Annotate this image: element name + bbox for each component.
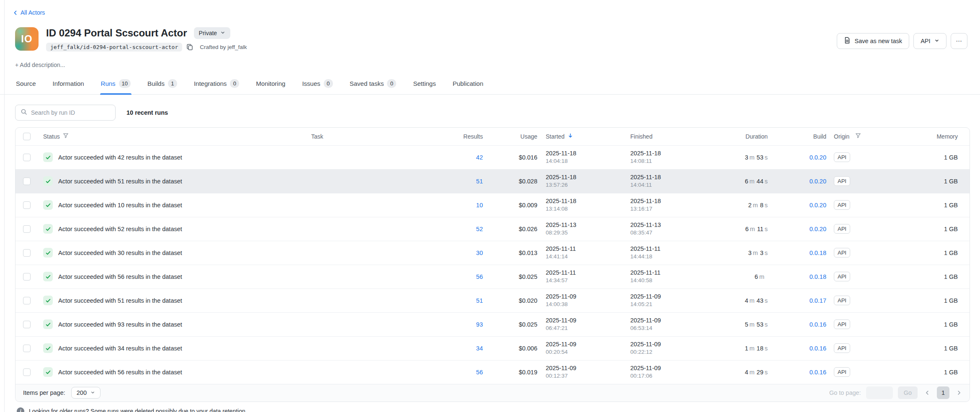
memory-value: 1 GB [914, 273, 970, 280]
api-button[interactable]: API [913, 33, 946, 49]
results-link[interactable]: 93 [476, 321, 483, 328]
build-link[interactable]: 0.0.16 [810, 321, 826, 328]
ellipsis-icon: ⋯ [956, 38, 962, 44]
current-page-button[interactable]: 1 [937, 386, 949, 399]
tab-integrations[interactable]: Integrations0 [193, 77, 240, 94]
runs-table: Status Task Results Usage Started Finish… [15, 127, 970, 402]
build-link[interactable]: 0.0.17 [810, 297, 826, 304]
results-link[interactable]: 56 [476, 369, 483, 376]
duration-cell: 1m18s [722, 345, 768, 352]
results-link[interactable]: 51 [476, 297, 483, 304]
window-edge-divider [4, 0, 5, 412]
table-row[interactable]: Actor succeeded with 34 results in the d… [15, 336, 970, 360]
row-checkbox[interactable] [23, 368, 31, 376]
tab-issues[interactable]: Issues0 [301, 77, 333, 94]
started-column-header[interactable]: Started [546, 133, 565, 140]
origin-badge: API [834, 152, 850, 162]
tab-source[interactable]: Source [15, 77, 37, 94]
sort-descending-icon[interactable] [567, 133, 573, 140]
next-page-icon[interactable] [954, 390, 964, 396]
build-link[interactable]: 0.0.18 [810, 250, 826, 256]
notice-text: Looking for older runs? Some runs were d… [29, 408, 247, 412]
tab-publication[interactable]: Publication [452, 77, 484, 94]
finished-column-header: Finished [630, 133, 652, 140]
success-check-icon [43, 224, 53, 234]
row-checkbox[interactable] [23, 201, 31, 209]
build-link[interactable]: 0.0.20 [810, 202, 826, 209]
finished-cell: 2025-11-1308:35:47 [625, 221, 722, 237]
save-as-new-task-label: Save as new task [854, 38, 902, 44]
build-link[interactable]: 0.0.18 [810, 273, 826, 280]
results-link[interactable]: 34 [476, 345, 483, 352]
visibility-label: Private [199, 30, 217, 36]
row-checkbox[interactable] [23, 297, 31, 304]
origin-filter-icon[interactable] [855, 133, 861, 140]
results-link[interactable]: 10 [476, 202, 483, 209]
breadcrumb[interactable]: All Actors [13, 9, 45, 16]
results-link[interactable]: 42 [476, 154, 483, 161]
go-to-page-input[interactable] [866, 386, 893, 399]
run-status-message: Actor succeeded with 34 results in the d… [58, 345, 182, 352]
save-as-new-task-button[interactable]: Save as new task [837, 33, 909, 49]
duration-cell: 6m44s [722, 178, 768, 185]
usage-value: $0.019 [483, 369, 537, 376]
success-check-icon [43, 200, 53, 210]
previous-page-icon[interactable] [923, 390, 932, 396]
build-link[interactable]: 0.0.20 [810, 226, 826, 232]
info-icon: i [17, 407, 24, 412]
duration-cell: 3m3s [722, 250, 768, 256]
tab-runs[interactable]: Runs10 [100, 77, 132, 94]
table-row[interactable]: Actor succeeded with 51 results in the d… [15, 169, 970, 193]
row-checkbox[interactable] [23, 321, 31, 328]
table-row[interactable]: Actor succeeded with 30 results in the d… [15, 241, 970, 265]
table-row[interactable]: Actor succeeded with 56 results in the d… [15, 360, 970, 384]
usage-column-header: Usage [521, 133, 537, 140]
usage-value: $0.025 [483, 321, 537, 328]
started-cell: 2025-11-1114:41:14 [537, 245, 625, 260]
results-link[interactable]: 51 [476, 178, 483, 185]
runs-toolbar: 10 recent runs [15, 105, 980, 121]
more-actions-button[interactable]: ⋯ [951, 33, 968, 49]
results-link[interactable]: 52 [476, 226, 483, 232]
tab-saved-tasks[interactable]: Saved tasks0 [349, 77, 397, 94]
row-checkbox[interactable] [23, 345, 31, 352]
tab-information[interactable]: Information [52, 77, 85, 94]
table-row[interactable]: Actor succeeded with 52 results in the d… [15, 217, 970, 241]
table-footer: Items per page: 200 Go to page: Go 1 [15, 384, 970, 402]
add-description-button[interactable]: + Add description... [15, 62, 980, 68]
row-checkbox[interactable] [23, 273, 31, 281]
results-link[interactable]: 30 [476, 250, 483, 256]
visibility-dropdown[interactable]: Private [194, 27, 231, 39]
row-checkbox[interactable] [23, 225, 31, 233]
status-filter-icon[interactable] [63, 133, 69, 140]
crafted-by: Crafted by jeff_falk [200, 44, 247, 50]
copy-icon[interactable] [186, 44, 193, 50]
duration-cell: 6m [722, 273, 768, 280]
go-button[interactable]: Go [898, 386, 918, 399]
origin-badge: API [834, 224, 850, 234]
tab-monitoring[interactable]: Monitoring [255, 77, 286, 94]
tab-builds[interactable]: Builds1 [147, 77, 178, 94]
tab-settings[interactable]: Settings [412, 77, 436, 94]
usage-value: $0.006 [483, 345, 537, 352]
search-box[interactable] [15, 105, 116, 121]
build-link[interactable]: 0.0.16 [810, 369, 826, 376]
memory-column-header: Memory [936, 133, 958, 140]
table-row[interactable]: Actor succeeded with 42 results in the d… [15, 145, 970, 169]
page-size-select[interactable]: 200 [71, 387, 101, 399]
build-link[interactable]: 0.0.16 [810, 345, 826, 352]
table-row[interactable]: Actor succeeded with 93 results in the d… [15, 312, 970, 336]
search-input[interactable] [31, 109, 110, 116]
usage-value: $0.025 [483, 273, 537, 280]
build-link[interactable]: 0.0.20 [810, 154, 826, 161]
duration-cell: 2m8s [722, 202, 768, 209]
row-checkbox[interactable] [23, 178, 31, 185]
table-row[interactable]: Actor succeeded with 56 results in the d… [15, 265, 970, 288]
row-checkbox[interactable] [23, 154, 31, 161]
row-checkbox[interactable] [23, 249, 31, 257]
table-row[interactable]: Actor succeeded with 51 results in the d… [15, 288, 970, 312]
table-row[interactable]: Actor succeeded with 10 results in the d… [15, 193, 970, 217]
results-link[interactable]: 56 [476, 273, 483, 280]
select-all-checkbox[interactable] [23, 133, 31, 140]
build-link[interactable]: 0.0.20 [810, 178, 826, 185]
